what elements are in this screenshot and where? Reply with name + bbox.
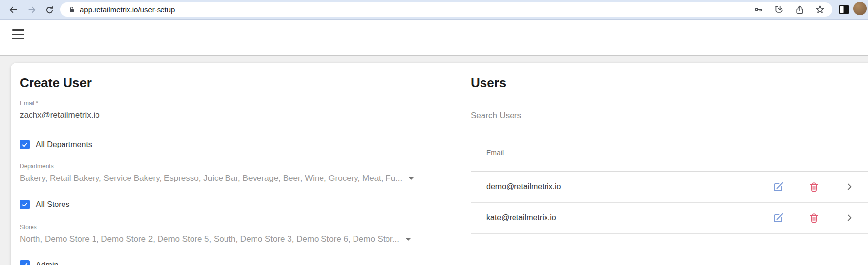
users-title: Users: [471, 76, 868, 89]
user-row[interactable]: kate@retailmetrix.io: [471, 203, 868, 234]
checkmark-icon: [21, 201, 28, 208]
admin-checkbox[interactable]: [20, 260, 30, 265]
page-background: Create User Email * All Departments Depa…: [0, 56, 868, 265]
email-field[interactable]: Email *: [20, 100, 432, 124]
url-text[interactable]: app.retailmetrix.io/user-setup: [80, 5, 753, 14]
checkmark-icon: [21, 262, 28, 265]
all-stores-label: All Stores: [36, 200, 69, 209]
bookmark-star-icon[interactable]: [815, 4, 825, 15]
install-download-icon[interactable]: [774, 4, 784, 15]
all-stores-checkbox-row[interactable]: All Stores: [20, 199, 432, 209]
email-label: Email *: [20, 100, 432, 107]
user-setup-card: Create User Email * All Departments Depa…: [11, 63, 868, 265]
email-input[interactable]: [20, 110, 432, 120]
side-panel-icon[interactable]: [838, 4, 850, 15]
search-users-input[interactable]: [471, 111, 648, 120]
user-email: demo@retailmetrix.io: [486, 182, 561, 191]
search-users-field[interactable]: [471, 111, 648, 124]
create-user-title: Create User: [20, 76, 432, 89]
reload-icon[interactable]: [43, 3, 56, 16]
forward-icon[interactable]: [26, 3, 38, 16]
users-panel: Users Email demo@retailmetrix.io: [471, 63, 868, 234]
departments-label: Departments: [20, 163, 432, 170]
dropdown-caret-icon[interactable]: [405, 238, 411, 241]
address-bar[interactable]: app.retailmetrix.io/user-setup: [60, 2, 832, 17]
user-email: kate@retailmetrix.io: [486, 213, 556, 222]
app-header: [0, 20, 868, 56]
chevron-right-icon[interactable]: [843, 211, 856, 224]
lock-icon: [68, 6, 76, 14]
admin-checkbox-row[interactable]: Admin: [20, 260, 432, 265]
user-row[interactable]: demo@retailmetrix.io: [471, 172, 868, 203]
email-column-header: Email: [471, 149, 868, 172]
stores-select[interactable]: Stores North, Demo Store 1, Demo Store 2…: [20, 224, 432, 247]
profile-avatar[interactable]: [853, 2, 867, 15]
chevron-right-icon[interactable]: [843, 180, 856, 193]
edit-user-icon[interactable]: [772, 211, 785, 224]
browser-toolbar: app.retailmetrix.io/user-setup: [0, 0, 868, 20]
back-icon[interactable]: [7, 3, 20, 16]
departments-value: Bakery, Retail Bakery, Service Bakery, E…: [20, 174, 402, 183]
menu-icon[interactable]: [12, 29, 24, 40]
dropdown-caret-icon[interactable]: [408, 177, 414, 180]
all-departments-label: All Departments: [36, 140, 92, 149]
all-departments-checkbox[interactable]: [20, 140, 30, 149]
admin-label: Admin: [36, 261, 58, 265]
all-departments-checkbox-row[interactable]: All Departments: [20, 139, 432, 149]
delete-user-icon[interactable]: [807, 180, 820, 193]
all-stores-checkbox[interactable]: [20, 200, 30, 209]
create-user-panel: Create User Email * All Departments Depa…: [20, 63, 432, 265]
stores-value: North, Demo Store 1, Demo Store 2, Demo …: [20, 235, 399, 244]
edit-user-icon[interactable]: [772, 180, 785, 193]
stores-label: Stores: [20, 224, 432, 231]
departments-select[interactable]: Departments Bakery, Retail Bakery, Servi…: [20, 163, 432, 186]
password-key-icon[interactable]: [753, 4, 764, 15]
delete-user-icon[interactable]: [807, 211, 820, 224]
checkmark-icon: [21, 141, 28, 148]
share-icon[interactable]: [795, 5, 804, 15]
